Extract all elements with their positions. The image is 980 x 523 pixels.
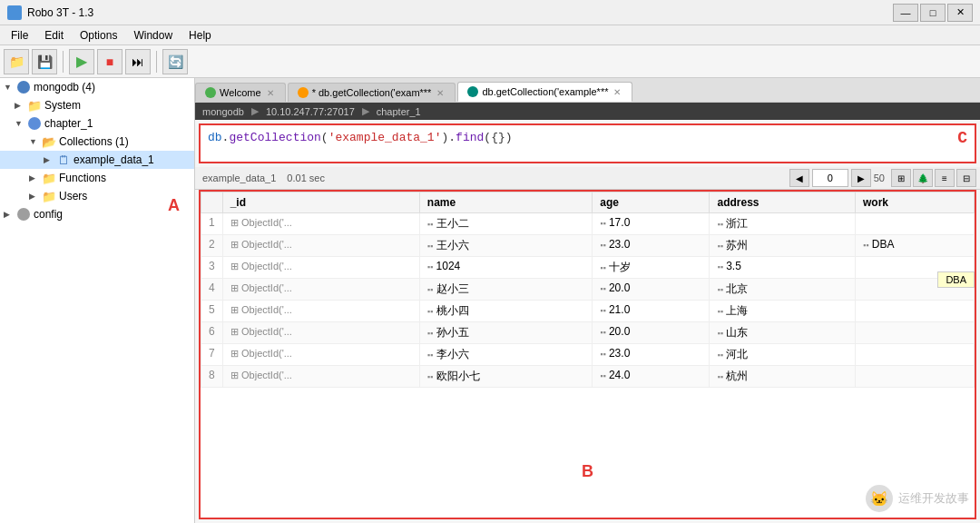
cell-age[interactable]: ▪▪ 20.0 <box>593 322 710 344</box>
view-custom-button[interactable]: ⊟ <box>956 169 976 187</box>
cell-age[interactable]: ▪▪ 十岁 <box>593 257 710 279</box>
view-text-button[interactable]: ≡ <box>935 169 955 187</box>
tree-item-functions[interactable]: ▶ 📁 Functions <box>0 169 194 187</box>
cell-name[interactable]: ▪▪ 桃小四 <box>419 301 592 322</box>
menu-edit[interactable]: Edit <box>37 27 71 44</box>
tab-close-query1[interactable]: ✕ <box>435 88 446 98</box>
view-table-button[interactable]: ⊞ <box>891 169 911 187</box>
cell-work[interactable]: ▪▪ DBA <box>856 235 975 257</box>
right-panel: Welcome ✕ * db.getCollection('exam*** ✕ … <box>195 78 980 523</box>
nav-page-input[interactable] <box>812 169 848 187</box>
tree-item-chapter1[interactable]: ▼ chapter_1 <box>0 114 194 133</box>
maximize-button[interactable]: □ <box>920 4 946 22</box>
cell-id[interactable]: ⊞ ObjectId('... <box>222 257 419 279</box>
cell-name[interactable]: ▪▪ 李小六 <box>419 344 592 366</box>
tab-query1[interactable]: * db.getCollection('exam*** ✕ <box>288 83 456 102</box>
query-find-args: ({}) <box>484 131 512 144</box>
query-breadcrumb: mongodb ▶ 10.10.247.77:27017 ▶ chapter_1 <box>195 103 980 120</box>
tab-query2[interactable]: db.getCollection('example*** ✕ <box>457 82 632 102</box>
cell-name[interactable]: ▪▪ 欧阳小七 <box>419 366 592 388</box>
nav-next-button[interactable]: ▶ <box>851 169 871 187</box>
cell-age[interactable]: ▪▪ 23.0 <box>593 235 710 257</box>
view-buttons: ⊞ 🌲 ≡ ⊟ <box>891 169 976 187</box>
menu-window[interactable]: Window <box>126 27 180 44</box>
cell-address[interactable]: ▪▪ 北京 <box>710 279 856 301</box>
cell-rownum: 1 <box>201 213 223 235</box>
tree-item-example-data-1[interactable]: ▶ 🗒 example_data_1 <box>0 151 194 169</box>
tab-close-welcome[interactable]: ✕ <box>265 88 276 98</box>
cell-age[interactable]: ▪▪ 20.0 <box>593 279 710 301</box>
cell-address[interactable]: ▪▪ 河北 <box>710 344 856 366</box>
tree-item-collections[interactable]: ▼ 📂 Collections (1) <box>0 133 194 151</box>
minimize-button[interactable]: — <box>893 4 918 22</box>
breadcrumb-db: mongodb <box>202 106 244 117</box>
cell-address[interactable]: ▪▪ 苏州 <box>710 235 856 257</box>
cell-age[interactable]: ▪▪ 23.0 <box>593 344 710 366</box>
cell-work[interactable] <box>856 366 975 388</box>
tab-label-welcome: Welcome <box>220 87 261 98</box>
cell-work[interactable] <box>856 344 975 366</box>
cell-id[interactable]: ⊞ ObjectId('... <box>222 235 419 257</box>
cell-work[interactable] <box>856 301 975 322</box>
result-time: 0.01 sec <box>287 173 325 183</box>
tree-label-collections: Collections (1) <box>59 135 129 148</box>
cell-name[interactable]: ▪▪ 孙小五 <box>419 322 592 344</box>
cell-age[interactable]: ▪▪ 24.0 <box>593 366 710 388</box>
tree-item-users[interactable]: ▶ 📁 Users <box>0 187 194 205</box>
save-button[interactable]: 💾 <box>32 49 57 74</box>
nav-per-page-label: 50 <box>874 173 885 183</box>
expand-icon-collections: ▼ <box>29 137 40 146</box>
expand-icon-users: ▶ <box>29 192 40 201</box>
cell-address[interactable]: ▪▪ 浙江 <box>710 213 856 235</box>
step-button[interactable]: ⏭ <box>125 49 151 74</box>
result-collection-label: example_data_1 <box>199 173 279 183</box>
cell-rownum: 4 <box>201 279 223 301</box>
cell-name[interactable]: ▪▪ 王小二 <box>419 213 592 235</box>
cell-address[interactable]: ▪▪ 杭州 <box>710 366 856 388</box>
nav-prev-button[interactable]: ◀ <box>789 169 809 187</box>
cell-age[interactable]: ▪▪ 21.0 <box>593 301 710 322</box>
window-controls[interactable]: — □ ✕ <box>893 4 973 22</box>
cell-id[interactable]: ⊞ ObjectId('... <box>222 301 419 322</box>
stop-button[interactable]: ■ <box>97 49 122 74</box>
query-getCollection-keyword: getCollection <box>229 131 320 144</box>
tab-close-query2[interactable]: ✕ <box>612 87 622 97</box>
db-icon <box>16 80 31 94</box>
tree-item-system[interactable]: ▶ 📁 System <box>0 96 194 114</box>
table-row: 3 ⊞ ObjectId('... ▪▪ 1024 ▪▪ 十岁 ▪▪ 3.5 <box>201 257 975 279</box>
menu-file[interactable]: File <box>4 27 35 44</box>
tab-welcome[interactable]: Welcome ✕ <box>195 83 286 102</box>
cell-work[interactable] <box>856 213 975 235</box>
cell-address[interactable]: ▪▪ 上海 <box>710 301 856 322</box>
close-button[interactable]: ✕ <box>947 4 973 22</box>
cell-name[interactable]: ▪▪ 赵小三 <box>419 279 592 301</box>
cell-rownum: 2 <box>201 235 223 257</box>
cell-id[interactable]: ⊞ ObjectId('... <box>222 279 419 301</box>
query-editor[interactable]: db.getCollection('example_data_1').find(… <box>199 123 976 163</box>
cell-name[interactable]: ▪▪ 王小六 <box>419 235 592 257</box>
cell-id[interactable]: ⊞ ObjectId('... <box>222 322 419 344</box>
table-row: 7 ⊞ ObjectId('... ▪▪ 李小六 ▪▪ 23.0 ▪▪ 河北 <box>201 344 975 366</box>
menu-options[interactable]: Options <box>73 27 124 44</box>
view-tree-button[interactable]: 🌲 <box>913 169 933 187</box>
cell-address[interactable]: ▪▪ 山东 <box>710 322 856 344</box>
folder-icon-users: 📁 <box>42 189 56 203</box>
cell-name[interactable]: ▪▪ 1024 <box>419 257 592 279</box>
expand-icon-system: ▶ <box>15 101 25 110</box>
results-area[interactable]: _id name age address work 1 ⊞ ObjectId('… <box>199 190 976 519</box>
cell-age[interactable]: ▪▪ 17.0 <box>593 213 710 235</box>
cell-id[interactable]: ⊞ ObjectId('... <box>222 344 419 366</box>
cell-work[interactable] <box>856 322 975 344</box>
cell-id[interactable]: ⊞ ObjectId('... <box>222 213 419 235</box>
cell-id[interactable]: ⊞ ObjectId('... <box>222 366 419 388</box>
menu-help[interactable]: Help <box>181 27 219 44</box>
watermark: 🐱 运维开发故事 <box>866 485 969 512</box>
run-button[interactable]: ▶ <box>69 49 94 74</box>
open-button[interactable]: 📁 <box>4 49 29 74</box>
tree-label-mongodb: mongodb (4) <box>34 81 95 94</box>
tree-item-mongodb[interactable]: ▼ mongodb (4) <box>0 78 194 96</box>
cell-address[interactable]: ▪▪ 3.5 <box>710 257 856 279</box>
refresh-button[interactable]: 🔄 <box>162 49 188 74</box>
query-db-keyword: db <box>208 131 222 144</box>
tree-item-config[interactable]: ▶ config <box>0 205 194 223</box>
